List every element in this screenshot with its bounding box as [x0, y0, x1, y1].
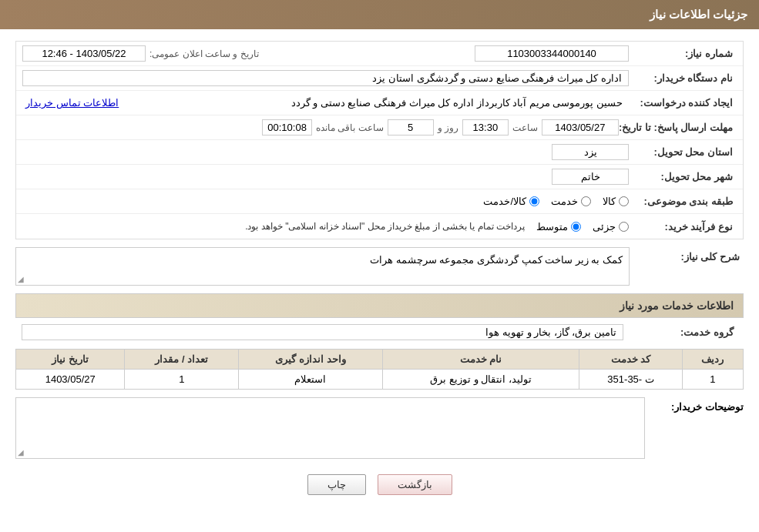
- main-info-section: شماره نیاز: 1103003344000140 تاریخ و ساع…: [15, 41, 744, 239]
- deadline-row: مهلت ارسال پاسخ: تا تاریخ: 1403/05/27 سا…: [16, 115, 743, 140]
- deadline-values: 1403/05/27 ساعت 13:30 روز و 5 ساعت باقی …: [22, 119, 619, 136]
- notes-resize-icon: ◢: [18, 448, 24, 457]
- category-service-label: خدمت: [551, 196, 578, 207]
- purchase-type-row: نوع فرآیند خرید: جزئی متوسط پرداخت تمام …: [16, 214, 743, 239]
- col-unit: واحد اندازه گیری: [239, 350, 382, 370]
- purchase-partial-radio[interactable]: [619, 222, 629, 232]
- deadline-days: 5: [388, 119, 434, 136]
- col-service-code: کد خدمت: [579, 350, 682, 370]
- category-label: طبقه بندی موضوعی:: [629, 196, 737, 207]
- table-row: 1ت -35-351تولید، انتقال و توزیع برقاستعل…: [16, 370, 744, 390]
- back-button[interactable]: بازگشت: [378, 474, 452, 495]
- description-text: کمک به زیر ساخت کمپ گردشگری مجموعه سرچشم…: [370, 254, 623, 266]
- action-buttons: بازگشت چاپ: [15, 474, 744, 510]
- service-group-label: گروه خدمت:: [630, 326, 737, 338]
- purchase-type-group: جزئی متوسط پرداخت تمام یا بخشی از مبلغ خ…: [22, 221, 629, 233]
- buyer-notes-box: ◢: [15, 397, 645, 459]
- province-label: استان محل تحویل:: [629, 146, 737, 158]
- cell-quantity: 1: [125, 370, 239, 390]
- col-row: ردیف: [682, 350, 743, 370]
- col-quantity: تعداد / مقدار: [125, 350, 239, 370]
- col-need-date: تاریخ نیاز: [16, 350, 125, 370]
- category-goods-service-label: کالا/خدمت: [483, 196, 526, 207]
- deadline-date: 1403/05/27: [542, 119, 619, 136]
- cell-unit: استعلام: [239, 370, 382, 390]
- table-header-row: ردیف کد خدمت نام خدمت واحد اندازه گیری ت…: [16, 350, 744, 370]
- purchase-type-label: نوع فرآیند خرید:: [629, 221, 737, 233]
- category-goods-service: کالا/خدمت: [483, 196, 539, 207]
- public-date-value: 1403/05/22 - 12:46: [22, 45, 146, 62]
- creator-name: حسین پورموسی مریم آباد کاربرداز اداره کل…: [122, 95, 629, 110]
- category-goods-service-radio[interactable]: [529, 196, 539, 206]
- city-label: شهر محل تحویل:: [629, 171, 737, 182]
- purchase-note: پرداخت تمام یا بخشی از مبلغ خریداز محل "…: [245, 221, 525, 232]
- buyer-org-label: نام دستگاه خریدار:: [629, 72, 737, 84]
- buyer-org-row: نام دستگاه خریدار: اداره کل میراث فرهنگی…: [16, 66, 743, 91]
- cell-name: تولید، انتقال و توزیع برق: [382, 370, 579, 390]
- category-service-radio[interactable]: [581, 196, 591, 206]
- category-goods-radio[interactable]: [619, 196, 629, 206]
- remaining-label: ساعت باقی مانده: [316, 122, 384, 133]
- services-table: ردیف کد خدمت نام خدمت واحد اندازه گیری ت…: [15, 349, 744, 390]
- purchase-medium-radio[interactable]: [571, 222, 581, 232]
- province-value: یزد: [552, 144, 629, 160]
- purchase-medium-label: متوسط: [536, 221, 568, 233]
- city-value: خاتم: [552, 169, 629, 185]
- service-group-row: گروه خدمت: تامین برق، گاز، بخار و تهویه …: [15, 322, 744, 343]
- buyer-notes-section: توضیحات خریدار: ◢: [15, 397, 744, 459]
- description-section: شرح کلی نیاز: کمک به زیر ساخت کمپ گردشگر…: [15, 247, 744, 286]
- col-service-name: نام خدمت: [382, 350, 579, 370]
- need-number-label: شماره نیاز:: [629, 48, 737, 59]
- print-button[interactable]: چاپ: [307, 474, 366, 495]
- category-service: خدمت: [551, 196, 591, 207]
- creator-label: ایجاد کننده درخواست:: [629, 97, 737, 109]
- resize-icon: ◢: [18, 275, 24, 283]
- deadline-hours: 00:10:08: [262, 119, 312, 136]
- services-title-text: اطلاعات خدمات مورد نیاز: [620, 299, 734, 312]
- need-number-value: 1103003344000140: [475, 45, 629, 62]
- category-goods-label: کالا: [603, 196, 616, 207]
- time-label: ساعت: [512, 122, 538, 133]
- need-number-row: شماره نیاز: 1103003344000140 تاریخ و ساع…: [16, 42, 743, 66]
- creator-row: ایجاد کننده درخواست: حسین پورموسی مریم آ…: [16, 91, 743, 115]
- province-row: استان محل تحویل: یزد: [16, 140, 743, 165]
- service-group-value: تامین برق، گاز، بخار و تهویه هوا: [22, 324, 623, 340]
- buyer-notes-label: توضیحات خریدار:: [651, 397, 744, 413]
- purchase-medium-item: متوسط: [536, 221, 581, 233]
- purchase-partial-label: جزئی: [593, 221, 616, 233]
- page-title: جزئیات اطلاعات نیاز: [650, 8, 747, 22]
- creator-link[interactable]: اطلاعات تماس خریدار: [22, 95, 122, 110]
- days-label: روز و: [438, 122, 458, 133]
- buyer-org-value: اداره کل میراث فرهنگی صنایع دستی و گردشگ…: [22, 70, 629, 86]
- description-label: شرح کلی نیاز:: [636, 247, 744, 263]
- cell-date: 1403/05/27: [16, 370, 125, 390]
- page-header: جزئیات اطلاعات نیاز: [0, 0, 759, 29]
- send-deadline-label: مهلت ارسال پاسخ: تا تاریخ:: [619, 122, 737, 133]
- cell-code: ت -35-351: [579, 370, 682, 390]
- category-row: طبقه بندی موضوعی: کالا خدمت کالا/خدمت: [16, 189, 743, 214]
- description-box: کمک به زیر ساخت کمپ گردشگری مجموعه سرچشم…: [15, 247, 630, 286]
- city-row: شهر محل تحویل: خاتم: [16, 165, 743, 189]
- deadline-time: 13:30: [462, 119, 509, 136]
- purchase-partial-item: جزئی: [593, 221, 629, 233]
- category-radio-group: کالا خدمت کالا/خدمت: [22, 196, 629, 207]
- cell-row: 1: [682, 370, 743, 390]
- date-time-label: تاریخ و ساعت اعلان عمومی:: [149, 49, 259, 59]
- services-section-title: اطلاعات خدمات مورد نیاز: [15, 293, 744, 318]
- category-goods: کالا: [603, 196, 629, 207]
